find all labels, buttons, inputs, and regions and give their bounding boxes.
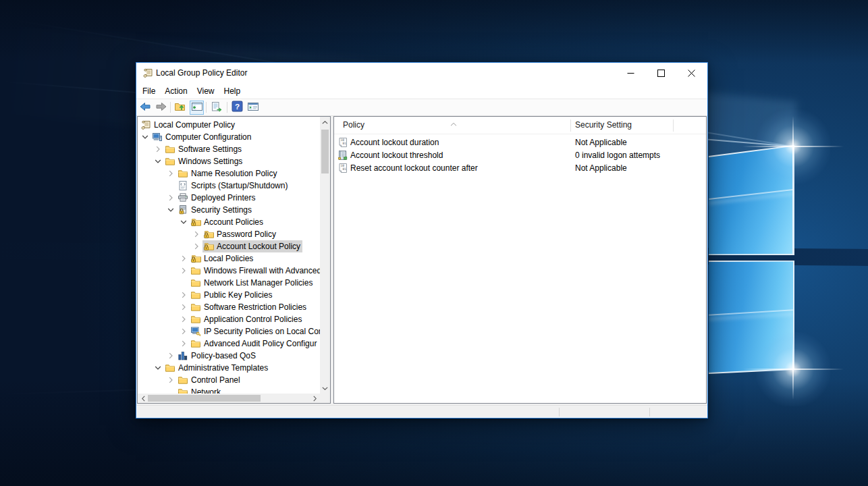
chevron-right-icon[interactable] <box>165 192 176 203</box>
tree-item-advanced-audit-policy-configur[interactable]: Advanced Audit Policy Configur <box>138 338 320 350</box>
chevron-right-icon[interactable] <box>191 229 202 240</box>
tree-item-content: Account Lockout Policy <box>202 240 302 252</box>
tree-item-windows-settings[interactable]: Windows Settings <box>138 155 320 167</box>
tree-item-label: Windows Firewall with Advanced <box>204 266 320 275</box>
window-title: Local Group Policy Editor <box>156 63 247 84</box>
toolbar-separator <box>170 102 171 113</box>
list-row-account-lockout-threshold[interactable]: Account lockout threshold0 invalid logon… <box>334 149 706 162</box>
tree-item-label: Password Policy <box>217 230 276 239</box>
minimize-icon <box>627 68 634 80</box>
chevron-down-icon[interactable] <box>153 362 163 373</box>
svg-text:01: 01 <box>343 167 347 171</box>
menu-item-action[interactable]: Action <box>160 84 192 99</box>
tree-item-content: Control Panel <box>177 374 242 386</box>
column-divider[interactable] <box>570 119 571 132</box>
horizontal-scrollbar-thumb[interactable] <box>148 395 261 402</box>
folder-icon <box>190 302 201 313</box>
chevron-down-icon[interactable] <box>178 217 189 227</box>
tree-item-label: Advanced Audit Policy Configur <box>204 339 317 348</box>
tree-item-label: Administrative Templates <box>178 363 268 373</box>
scroll-down-button[interactable] <box>320 383 330 394</box>
chevron-down-icon[interactable] <box>140 132 151 142</box>
menu-item-help[interactable]: Help <box>219 84 246 99</box>
tree-item-deployed-printers[interactable]: Deployed Printers <box>138 192 320 204</box>
folder-lock-icon <box>190 253 201 264</box>
chevron-right-icon[interactable] <box>178 265 189 276</box>
folder-icon <box>165 144 175 155</box>
tree-item-content: Windows Firewall with Advanced <box>190 265 320 277</box>
tree-item-label: Public Key Policies <box>204 290 272 300</box>
tree-item-password-policy[interactable]: Password Policy <box>138 228 320 240</box>
tree-item-network[interactable]: Network <box>138 386 320 394</box>
scroll-right-button[interactable] <box>309 394 320 403</box>
security-setting-value: Not Applicable <box>575 162 627 175</box>
chevron-right-icon[interactable] <box>178 290 189 300</box>
chevron-right-icon[interactable] <box>178 302 189 313</box>
scroll-up-button[interactable] <box>320 117 330 128</box>
minimize-button[interactable] <box>616 63 646 84</box>
svg-text:?: ? <box>234 102 239 111</box>
back-arrow-button[interactable] <box>139 102 151 113</box>
chevron-right-icon[interactable] <box>178 338 189 349</box>
tree-item-windows-firewall-with-advanced[interactable]: Windows Firewall with Advanced <box>138 265 320 277</box>
tree-item-scripts-startup-shutdown[interactable]: Scripts (Startup/Shutdown) <box>138 180 320 192</box>
export-list-button[interactable] <box>211 102 223 113</box>
tree-item-content: Administrative Templates <box>164 362 270 374</box>
list-row-account-lockout-duration[interactable]: 1001Account lockout durationNot Applicab… <box>334 136 706 149</box>
close-button[interactable] <box>676 63 707 84</box>
tree-item-local-policies[interactable]: Local Policies <box>138 252 320 265</box>
up-one-level-button[interactable] <box>174 102 186 113</box>
tree-item-content: Deployed Printers <box>177 192 257 204</box>
chevron-right-icon[interactable] <box>165 350 176 361</box>
tree-item-ip-security-policies-on-local-con[interactable]: IP Security Policies on Local Con <box>138 325 320 338</box>
chevron-right-icon[interactable] <box>191 241 202 252</box>
tree-item-administrative-templates[interactable]: Administrative Templates <box>138 362 320 374</box>
tree-item-control-panel[interactable]: Control Panel <box>138 374 320 386</box>
tree-vertical-scrollbar[interactable] <box>320 117 330 394</box>
tree-item-security-settings[interactable]: Security Settings <box>138 204 320 216</box>
column-header-policy[interactable]: Policy <box>343 117 364 134</box>
tree-item-computer-configuration[interactable]: Computer Configuration <box>138 131 320 143</box>
tree-item-label: Deployed Printers <box>191 193 255 202</box>
desktop: Local Group Policy Editor FileActionView… <box>0 0 868 486</box>
scroll-left-button[interactable] <box>138 394 148 403</box>
tree-item-software-settings[interactable]: Software Settings <box>138 143 320 155</box>
tree-item-application-control-policies[interactable]: Application Control Policies <box>138 313 320 325</box>
chevron-right-icon[interactable] <box>153 144 163 155</box>
chevron-down-icon[interactable] <box>153 156 163 167</box>
chevron-right-icon[interactable] <box>178 326 189 337</box>
chevron-down-icon[interactable] <box>165 205 176 215</box>
menu-item-view[interactable]: View <box>192 84 219 99</box>
security-setting-value: Not Applicable <box>575 136 627 149</box>
help-button[interactable]: ? <box>231 102 243 113</box>
tree-item-name-resolution-policy[interactable]: Name Resolution Policy <box>138 167 320 180</box>
tree-item-label: IP Security Policies on Local Con <box>204 327 320 336</box>
chevron-right-icon[interactable] <box>178 253 189 264</box>
tree-item-network-list-manager-policies[interactable]: Network List Manager Policies <box>138 277 320 289</box>
chevron-right-icon[interactable] <box>165 375 176 385</box>
tree-item-label: Computer Configuration <box>165 132 251 142</box>
tree-item-account-lockout-policy[interactable]: Account Lockout Policy <box>138 240 320 252</box>
forward-arrow-button[interactable] <box>155 102 167 113</box>
vertical-scrollbar-thumb[interactable] <box>321 130 329 173</box>
lens-flare-top <box>756 109 830 184</box>
status-bar-divider <box>649 408 650 416</box>
tree-item-account-policies[interactable]: Account Policies <box>138 216 320 228</box>
chevron-right-icon[interactable] <box>165 168 176 179</box>
tree-horizontal-scrollbar[interactable] <box>138 394 320 403</box>
tree-item-content: Scripts (Startup/Shutdown) <box>177 180 290 192</box>
folder-icon <box>190 277 201 288</box>
menu-item-file[interactable]: File <box>138 84 160 99</box>
tree-item-local-computer-policy[interactable]: Local Computer Policy <box>138 119 320 131</box>
list-row-reset-account-lockout-counter-after[interactable]: 1001Reset account lockout counter afterN… <box>334 162 706 175</box>
binary-doc-icon: 1001 <box>337 163 348 173</box>
maximize-button[interactable] <box>646 63 676 84</box>
show-properties-button[interactable] <box>247 102 259 113</box>
tree-item-software-restriction-policies[interactable]: Software Restriction Policies <box>138 301 320 313</box>
tree-item-policy-based-qos[interactable]: Policy-based QoS <box>138 350 320 362</box>
column-header-security-setting[interactable]: Security Setting <box>575 117 632 134</box>
chevron-right-icon[interactable] <box>178 314 189 325</box>
column-divider[interactable] <box>673 119 674 132</box>
show-console-tree-button[interactable] <box>190 101 204 115</box>
tree-item-public-key-policies[interactable]: Public Key Policies <box>138 289 320 301</box>
